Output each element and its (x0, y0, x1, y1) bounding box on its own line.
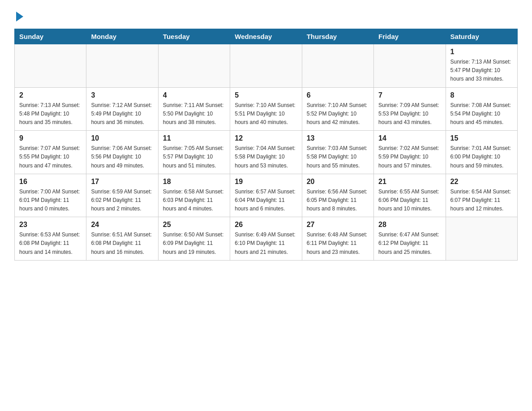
calendar-cell (302, 44, 373, 88)
day-number: 27 (307, 221, 369, 229)
calendar-cell: 9Sunrise: 7:07 AM Sunset: 5:55 PM Daylig… (15, 131, 86, 174)
day-number: 26 (235, 221, 297, 229)
day-info: Sunrise: 7:12 AM Sunset: 5:49 PM Dayligh… (91, 101, 153, 127)
calendar-cell: 7Sunrise: 7:09 AM Sunset: 5:53 PM Daylig… (374, 87, 446, 131)
calendar-cell: 16Sunrise: 7:00 AM Sunset: 6:01 PM Dayli… (15, 174, 86, 217)
day-number: 17 (91, 178, 153, 186)
day-info: Sunrise: 6:51 AM Sunset: 6:08 PM Dayligh… (91, 231, 153, 257)
day-header-tuesday: Tuesday (158, 29, 230, 44)
calendar-week-row: 23Sunrise: 6:53 AM Sunset: 6:08 PM Dayli… (15, 217, 518, 261)
calendar-cell: 28Sunrise: 6:47 AM Sunset: 6:12 PM Dayli… (374, 217, 446, 261)
calendar-cell: 5Sunrise: 7:10 AM Sunset: 5:51 PM Daylig… (230, 87, 302, 131)
day-number: 3 (91, 91, 153, 99)
calendar-cell (446, 217, 517, 261)
day-number: 2 (19, 91, 82, 99)
day-info: Sunrise: 7:07 AM Sunset: 5:55 PM Dayligh… (19, 144, 82, 170)
day-info: Sunrise: 6:55 AM Sunset: 6:06 PM Dayligh… (378, 188, 441, 214)
calendar-week-row: 1Sunrise: 7:13 AM Sunset: 5:47 PM Daylig… (15, 44, 518, 88)
day-info: Sunrise: 7:08 AM Sunset: 5:54 PM Dayligh… (450, 101, 513, 127)
calendar-cell: 4Sunrise: 7:11 AM Sunset: 5:50 PM Daylig… (158, 87, 230, 131)
calendar-cell: 17Sunrise: 6:59 AM Sunset: 6:02 PM Dayli… (86, 174, 158, 217)
day-info: Sunrise: 7:02 AM Sunset: 5:59 PM Dayligh… (378, 144, 441, 170)
day-info: Sunrise: 6:56 AM Sunset: 6:05 PM Dayligh… (307, 188, 369, 214)
day-number: 22 (450, 178, 513, 186)
day-info: Sunrise: 7:13 AM Sunset: 5:47 PM Dayligh… (450, 58, 513, 84)
calendar-cell (158, 44, 230, 88)
day-number: 15 (450, 134, 513, 142)
calendar-table: SundayMondayTuesdayWednesdayThursdayFrid… (14, 29, 518, 261)
day-number: 10 (91, 134, 153, 142)
day-number: 1 (450, 48, 513, 56)
calendar-week-row: 2Sunrise: 7:13 AM Sunset: 5:48 PM Daylig… (15, 87, 518, 131)
day-info: Sunrise: 6:47 AM Sunset: 6:12 PM Dayligh… (378, 231, 441, 257)
calendar-cell: 14Sunrise: 7:02 AM Sunset: 5:59 PM Dayli… (374, 131, 446, 174)
day-header-wednesday: Wednesday (230, 29, 302, 44)
day-number: 12 (235, 134, 297, 142)
day-info: Sunrise: 7:05 AM Sunset: 5:57 PM Dayligh… (163, 144, 225, 170)
calendar-cell: 18Sunrise: 6:58 AM Sunset: 6:03 PM Dayli… (158, 174, 230, 217)
day-info: Sunrise: 7:00 AM Sunset: 6:01 PM Dayligh… (19, 188, 82, 214)
day-number: 9 (19, 134, 82, 142)
day-number: 4 (163, 91, 225, 99)
calendar-cell: 24Sunrise: 6:51 AM Sunset: 6:08 PM Dayli… (86, 217, 158, 261)
calendar-cell: 11Sunrise: 7:05 AM Sunset: 5:57 PM Dayli… (158, 131, 230, 174)
calendar-cell: 19Sunrise: 6:57 AM Sunset: 6:04 PM Dayli… (230, 174, 302, 217)
day-header-friday: Friday (374, 29, 446, 44)
day-number: 11 (163, 134, 225, 142)
day-number: 6 (307, 91, 369, 99)
calendar-cell: 12Sunrise: 7:04 AM Sunset: 5:58 PM Dayli… (230, 131, 302, 174)
calendar-cell: 15Sunrise: 7:01 AM Sunset: 6:00 PM Dayli… (446, 131, 517, 174)
calendar-cell: 23Sunrise: 6:53 AM Sunset: 6:08 PM Dayli… (15, 217, 86, 261)
calendar-cell: 26Sunrise: 6:49 AM Sunset: 6:10 PM Dayli… (230, 217, 302, 261)
day-number: 23 (19, 221, 82, 229)
calendar-cell (86, 44, 158, 88)
day-number: 14 (378, 134, 441, 142)
day-info: Sunrise: 6:54 AM Sunset: 6:07 PM Dayligh… (450, 188, 513, 214)
day-number: 28 (378, 221, 441, 229)
logo-arrow-icon (16, 12, 23, 21)
day-number: 25 (163, 221, 225, 229)
day-info: Sunrise: 6:58 AM Sunset: 6:03 PM Dayligh… (163, 188, 225, 214)
calendar-cell: 20Sunrise: 6:56 AM Sunset: 6:05 PM Dayli… (302, 174, 373, 217)
calendar-cell: 25Sunrise: 6:50 AM Sunset: 6:09 PM Dayli… (158, 217, 230, 261)
day-number: 21 (378, 178, 441, 186)
calendar-cell: 1Sunrise: 7:13 AM Sunset: 5:47 PM Daylig… (446, 44, 517, 88)
calendar-cell: 3Sunrise: 7:12 AM Sunset: 5:49 PM Daylig… (86, 87, 158, 131)
day-info: Sunrise: 6:59 AM Sunset: 6:02 PM Dayligh… (91, 188, 153, 214)
day-header-monday: Monday (86, 29, 158, 44)
day-number: 16 (19, 178, 82, 186)
calendar-week-row: 16Sunrise: 7:00 AM Sunset: 6:01 PM Dayli… (15, 174, 518, 217)
day-info: Sunrise: 7:06 AM Sunset: 5:56 PM Dayligh… (91, 144, 153, 170)
calendar-header: SundayMondayTuesdayWednesdayThursdayFrid… (15, 29, 518, 44)
day-number: 5 (235, 91, 297, 99)
day-info: Sunrise: 6:49 AM Sunset: 6:10 PM Dayligh… (235, 231, 297, 257)
calendar-cell (374, 44, 446, 88)
calendar-cell: 10Sunrise: 7:06 AM Sunset: 5:56 PM Dayli… (86, 131, 158, 174)
day-headers-row: SundayMondayTuesdayWednesdayThursdayFrid… (15, 29, 518, 44)
calendar-cell (230, 44, 302, 88)
day-info: Sunrise: 7:10 AM Sunset: 5:51 PM Dayligh… (235, 101, 297, 127)
day-header-thursday: Thursday (302, 29, 373, 44)
day-info: Sunrise: 7:13 AM Sunset: 5:48 PM Dayligh… (19, 101, 82, 127)
calendar-cell: 21Sunrise: 6:55 AM Sunset: 6:06 PM Dayli… (374, 174, 446, 217)
day-info: Sunrise: 6:53 AM Sunset: 6:08 PM Dayligh… (19, 231, 82, 257)
calendar-cell: 8Sunrise: 7:08 AM Sunset: 5:54 PM Daylig… (446, 87, 517, 131)
day-header-sunday: Sunday (15, 29, 86, 44)
day-header-saturday: Saturday (446, 29, 517, 44)
calendar-cell: 2Sunrise: 7:13 AM Sunset: 5:48 PM Daylig… (15, 87, 86, 131)
day-info: Sunrise: 7:01 AM Sunset: 6:00 PM Dayligh… (450, 144, 513, 170)
day-info: Sunrise: 7:03 AM Sunset: 5:58 PM Dayligh… (307, 144, 369, 170)
calendar-cell: 27Sunrise: 6:48 AM Sunset: 6:11 PM Dayli… (302, 217, 373, 261)
calendar-cell: 6Sunrise: 7:10 AM Sunset: 5:52 PM Daylig… (302, 87, 373, 131)
day-info: Sunrise: 6:50 AM Sunset: 6:09 PM Dayligh… (163, 231, 225, 257)
calendar-body: 1Sunrise: 7:13 AM Sunset: 5:47 PM Daylig… (15, 44, 518, 261)
day-info: Sunrise: 6:57 AM Sunset: 6:04 PM Dayligh… (235, 188, 297, 214)
day-number: 18 (163, 178, 225, 186)
day-info: Sunrise: 7:10 AM Sunset: 5:52 PM Dayligh… (307, 101, 369, 127)
calendar-cell (15, 44, 86, 88)
calendar-week-row: 9Sunrise: 7:07 AM Sunset: 5:55 PM Daylig… (15, 131, 518, 174)
calendar-cell: 22Sunrise: 6:54 AM Sunset: 6:07 PM Dayli… (446, 174, 517, 217)
day-number: 24 (91, 221, 153, 229)
day-number: 20 (307, 178, 369, 186)
page-header (14, 11, 518, 21)
